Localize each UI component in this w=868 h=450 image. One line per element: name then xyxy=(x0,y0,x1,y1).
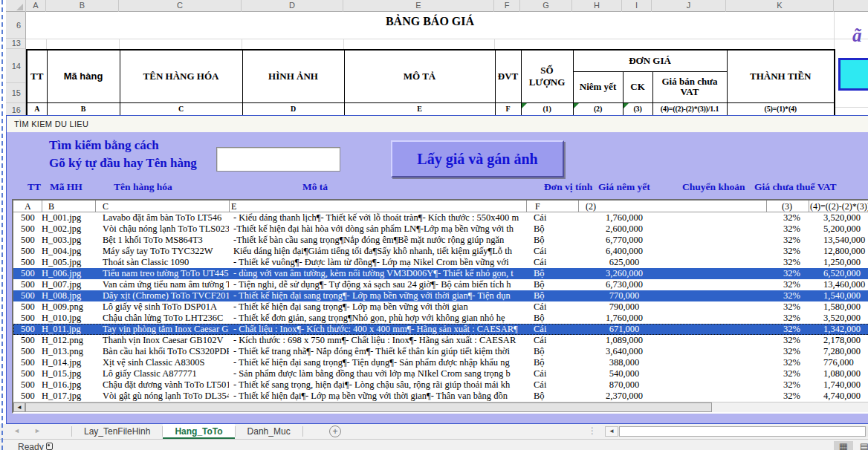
code-cell[interactable]: (4)=((2)-(2)*(3))/1.1 xyxy=(652,102,727,116)
item-unit: Cái xyxy=(534,324,574,335)
item-name: Xịt vệ sinh Classic A8300S xyxy=(103,357,229,368)
tab-resize-handle-icon[interactable]: ⋮ xyxy=(588,425,597,436)
item-name: Lô giấy vệ sinh ToTo DSP01A xyxy=(103,301,229,313)
row-header-14[interactable]: 14 xyxy=(6,49,25,83)
header-gia-ban-chua-vat[interactable]: Giá bán chưa VAT xyxy=(652,71,727,102)
item-tt: 500 xyxy=(21,224,43,235)
sheet-prev-icon[interactable]: ◄ xyxy=(13,427,20,434)
column-header-b[interactable]: B xyxy=(46,0,119,12)
list-item[interactable]: 500 H_012.png Thanh vịn Inox Caesar GB10… xyxy=(13,335,868,346)
worksheet-area[interactable]: BẢNG BÁO GIÁ ã TT Mã hàng TÊN HÀNG HÓA H… xyxy=(26,12,868,117)
header-thanh-tien[interactable]: THÀNH TIỀN xyxy=(727,50,835,102)
column-header-d[interactable]: D xyxy=(242,0,343,12)
list-item[interactable]: 500 H_016.jpg Chậu đặt dương vành ToTo L… xyxy=(13,379,868,391)
item-discount: 32% xyxy=(783,246,828,257)
listbox-horizontal-scrollbar[interactable]: ◄ xyxy=(13,402,868,412)
code-cell[interactable]: (3) xyxy=(623,102,652,116)
list-item[interactable]: 500 H_010.jpg Chậu chân lửng ToTo LHT236… xyxy=(13,313,868,324)
column-header-e[interactable]: E xyxy=(343,0,494,12)
search-input[interactable] xyxy=(216,147,340,172)
item-discount: 32% xyxy=(783,324,828,335)
column-header-c[interactable]: C xyxy=(119,0,242,12)
header-don-gia[interactable]: ĐƠN GIÁ xyxy=(573,50,727,71)
row-header-15[interactable]: 15 xyxy=(6,83,25,103)
list-item[interactable]: 500 H_002.jpg Vòi chậu nóng lạnh ToTo TL… xyxy=(13,224,868,235)
item-unit: Cái xyxy=(534,335,574,346)
macro-record-icon[interactable] xyxy=(46,443,53,450)
list-item[interactable]: 500 H_005.jpg Thoát sàn Classic 1090 - T… xyxy=(13,257,868,268)
column-header-k[interactable]: K xyxy=(726,0,834,12)
item-name: Lô giấy Classic A877771 xyxy=(103,368,229,379)
dialog-title-bar[interactable]: TÌM KIEM DU LIEU xyxy=(7,116,868,132)
header-ck[interactable]: CK xyxy=(623,71,652,102)
header-ten-hang-hoa[interactable]: TÊN HÀNG HÓA xyxy=(120,50,242,102)
column-header-h[interactable]: H xyxy=(572,0,622,12)
item-list-price: 2,370,000 xyxy=(580,391,668,402)
list-item[interactable]: 500 H_013.png Bàn cầu hai khối ToTo CS32… xyxy=(13,346,868,357)
item-tt: 500 xyxy=(21,391,43,402)
item-unit: Cái xyxy=(534,257,574,268)
tab-danh-muc[interactable]: Danh_Muc xyxy=(236,424,302,439)
row-header-6[interactable]: 6 xyxy=(6,12,25,39)
list-item[interactable]: 500 H_008.jpg Dây xịt (Chrome) ToTo TVCF… xyxy=(13,290,868,301)
header-dvt[interactable]: ĐVT xyxy=(495,50,521,102)
code-cell[interactable]: E xyxy=(344,102,495,116)
column-header-f[interactable]: F xyxy=(494,0,520,12)
select-all-corner[interactable] xyxy=(6,0,26,12)
normal-view-icon[interactable]: ▦ xyxy=(834,441,853,450)
results-listbox[interactable]: A B C E F (2) (3) (4)=((2)-(2)*(3))/1.1 xyxy=(12,199,868,414)
item-desc: - Chất liệu : Inox¶- Kích thước: 400 x 4… xyxy=(233,324,528,335)
cyan-shape[interactable] xyxy=(838,58,868,91)
code-cell[interactable]: D xyxy=(242,102,344,116)
item-file: H_014.jpg xyxy=(42,357,101,368)
sheet-scroll-left-icon[interactable]: ◄ xyxy=(605,426,618,437)
code-cell[interactable]: B xyxy=(47,102,120,116)
header-ma-hang[interactable]: Mã hàng xyxy=(47,50,120,102)
list-item[interactable]: 500 H_004.jpg Máy sấy tay ToTo TYC322W K… xyxy=(13,246,868,257)
list-item[interactable]: 500 H_009.png Lô giấy vệ sinh ToTo DSP01… xyxy=(13,301,868,313)
quote-table: TT Mã hàng TÊN HÀNG HÓA HÌNH ẢNH MÔ TẢ Đ… xyxy=(26,49,835,117)
grid-header-tt: TT xyxy=(27,181,41,193)
header-niem-yet[interactable]: Niêm yết xyxy=(573,71,623,102)
list-item[interactable]: 500 H_011.jpg Tay vịn phòng tắm Inox Cae… xyxy=(13,324,868,335)
item-list-price: 1,760,000 xyxy=(580,212,668,224)
row-header-13[interactable]: 13 xyxy=(6,39,25,49)
list-item[interactable]: 500 H_015.jpg Lô giấy Classic A877771 - … xyxy=(13,368,868,379)
header-mo-ta[interactable]: MÔ TẢ xyxy=(344,50,495,102)
item-list-price: 3,260,000 xyxy=(580,268,668,279)
page-layout-view-icon[interactable]: ▤ xyxy=(855,441,868,450)
item-unit: Bộ xyxy=(534,290,574,301)
list-item[interactable]: 500 H_003.jpg Bệt 1 khối ToTo MS864T3 -T… xyxy=(13,235,868,246)
list-item[interactable]: 500 H_006.jpg Tiểu nam treo tường ToTo U… xyxy=(13,268,868,279)
header-so-luong[interactable]: SỐ LƯỢNG xyxy=(521,50,573,102)
list-item[interactable]: 500 H_014.jpg Xịt vệ sinh Classic A8300S… xyxy=(13,357,868,368)
column-header-a[interactable]: A xyxy=(26,0,46,12)
tab-lay-tenfilehinh[interactable]: Lay_TenFileHinh xyxy=(72,424,162,439)
item-name: Bệt 1 khối ToTo MS864T3 xyxy=(103,235,229,246)
column-header-i[interactable]: I xyxy=(622,0,652,12)
list-item[interactable]: 500 H_007.jpg Van cảm ứng tiểu nam âm tư… xyxy=(13,279,868,290)
code-cell[interactable]: (2) xyxy=(573,102,623,116)
tab-hang-toto[interactable]: Hang_ToTo xyxy=(163,424,234,439)
header-tt[interactable]: TT xyxy=(27,50,47,102)
new-sheet-icon[interactable]: + xyxy=(329,425,341,437)
column-header-g[interactable]: G xyxy=(520,0,572,12)
code-cell[interactable]: C xyxy=(120,102,242,116)
code-cell[interactable]: F xyxy=(495,102,521,116)
item-name: Vòi gật gù nóng lạnh ToTo DL354N xyxy=(103,391,229,402)
sheet-next-icon[interactable]: ► xyxy=(34,427,41,434)
column-header-j[interactable]: J xyxy=(652,0,726,12)
list-item[interactable]: 500 H_017.jpg Vòi gật gù nóng lạnh ToTo … xyxy=(13,391,868,402)
get-price-button[interactable]: Lấy giá và gán ảnh xyxy=(391,140,564,177)
item-tt: 500 xyxy=(21,212,43,224)
code-cell[interactable]: A xyxy=(27,102,47,116)
code-cell[interactable]: (5)=(1)*(4) xyxy=(727,102,835,116)
listbox-scrollbar-thumb[interactable] xyxy=(25,402,712,412)
header-hinh-anh[interactable]: HÌNH ẢNH xyxy=(242,50,344,102)
item-desc: - Thiết kế hiện đại sang trọng¶- Tiện dụ… xyxy=(233,357,528,368)
code-cell[interactable]: (1) xyxy=(521,102,573,116)
sheet-scrollbar-thumb[interactable] xyxy=(619,426,866,437)
scroll-left-icon[interactable]: ◄ xyxy=(13,402,25,412)
item-tt: 500 xyxy=(21,279,43,290)
list-item[interactable]: 500 H_001.jpg Lavabo đặt âm bàn ToTo LT5… xyxy=(13,212,868,224)
